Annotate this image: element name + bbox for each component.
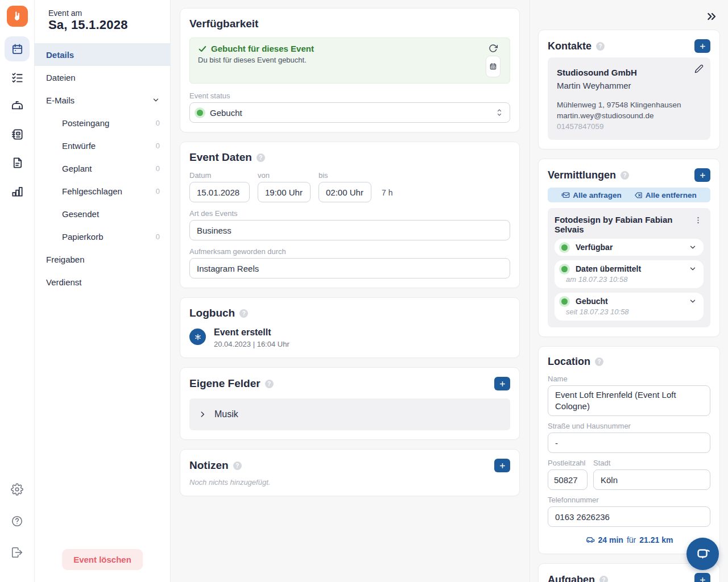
status-green-dot: [197, 110, 203, 116]
nav-item-label: E-Mails: [46, 95, 75, 105]
location-name-label: Name: [548, 375, 710, 383]
card-location: Location ? Name Event Loft Ehrenfeld (Ev…: [538, 346, 720, 554]
availability-calendar-button[interactable]: [486, 56, 500, 77]
chevron-down-icon: [689, 265, 697, 273]
add-contact-button[interactable]: [694, 39, 710, 53]
availability-status-title: Gebucht für dieses Event: [211, 44, 314, 53]
chevron-down-icon: [689, 243, 697, 251]
help-circle-icon: [11, 515, 23, 527]
art-input[interactable]: Business: [189, 220, 510, 240]
contact-email: martin.wey@studiosound.de: [557, 111, 701, 120]
von-input[interactable]: 19:00 Uhr: [258, 182, 311, 202]
help-icon[interactable]: ?: [257, 153, 265, 162]
datum-input[interactable]: 15.01.2028: [189, 182, 250, 202]
vendor-status-label: Verfügbar: [576, 243, 681, 252]
vendor-status-gebucht[interactable]: Gebucht seit 18.07.23 10:58: [555, 293, 704, 321]
sidebar-item-tasks[interactable]: [5, 65, 30, 90]
help-icon[interactable]: ?: [621, 171, 629, 180]
plus-icon: [699, 576, 706, 582]
nav-item-details[interactable]: Details: [35, 43, 170, 66]
sidebar-item-documents[interactable]: [5, 150, 30, 175]
add-custom-field-button[interactable]: [494, 377, 510, 390]
card-title: Aufgaben: [548, 574, 595, 582]
help-icon[interactable]: ?: [599, 576, 608, 582]
refresh-icon[interactable]: [489, 44, 498, 53]
custom-field-musik[interactable]: Musik: [189, 398, 510, 430]
vendor-menu-button[interactable]: [693, 215, 704, 226]
help-icon[interactable]: ?: [596, 42, 605, 51]
bar-chart-icon: [11, 185, 24, 198]
nav-item-verdienst[interactable]: Verdienst: [35, 271, 170, 293]
location-street-input[interactable]: -: [548, 433, 710, 453]
nav-item-fehlgeschlagen[interactable]: Fehlgeschlagen 0: [35, 180, 170, 202]
card-logbuch: Logbuch ? Event erstellt 20.04.2023 | 16…: [180, 297, 520, 358]
checklist-icon: [11, 71, 24, 84]
nav-item-dateien[interactable]: Dateien: [35, 66, 170, 89]
add-task-button[interactable]: [694, 573, 710, 582]
nav-item-entwuerfe[interactable]: Entwürfe 0: [35, 134, 170, 157]
sidebar-item-statistics[interactable]: [5, 178, 30, 203]
sidebar-item-help[interactable]: [5, 509, 30, 534]
request-all-action[interactable]: Alle anfragen: [561, 191, 622, 199]
card-verfuegbarkeit: Verfügbarkeit Gebucht für dieses Event D…: [180, 8, 520, 132]
help-icon[interactable]: ?: [233, 462, 242, 470]
nav-item-papierkorb[interactable]: Papierkorb 0: [35, 225, 170, 248]
nav-item-posteingang[interactable]: Posteingang 0: [35, 111, 170, 134]
log-asterisk-icon: [189, 329, 206, 345]
status-green-dot: [561, 244, 568, 251]
add-note-button[interactable]: [494, 459, 510, 472]
chat-widget-button[interactable]: [686, 538, 719, 570]
aufmerksam-label: Aufmerksam geworden durch: [189, 247, 510, 256]
event-header-date: Sa, 15.1.2028: [48, 18, 170, 32]
card-kontakte: Kontakte ? Studiosound GmbH Martin Weyha…: [538, 30, 720, 149]
location-city-input[interactable]: Köln: [593, 469, 710, 490]
help-icon[interactable]: ?: [239, 309, 248, 318]
event-nav-panel: Event am Sa, 15.1.2028 Details Dateien E…: [35, 0, 171, 582]
sidebar-item-events[interactable]: [5, 36, 30, 61]
chat-bubble-icon: [694, 546, 712, 563]
check-icon: [198, 44, 207, 53]
drive-info[interactable]: 24 min für 21.21 km: [548, 535, 710, 544]
log-entry-title: Event erstellt: [214, 327, 289, 338]
sidebar-item-contacts[interactable]: [5, 122, 30, 147]
vendor-status-daten[interactable]: Daten übermittelt am 18.07.23 10:58: [555, 260, 704, 288]
location-phone-input[interactable]: 0163 2626236: [548, 506, 710, 527]
app-logo[interactable]: [7, 6, 28, 27]
bis-input[interactable]: 02:00 Uhr: [318, 182, 371, 202]
nav-item-label: Gesendet: [62, 209, 99, 219]
nav-item-gesendet[interactable]: Gesendet: [35, 202, 170, 225]
add-vermittlung-button[interactable]: [694, 168, 710, 182]
edit-contact-button[interactable]: [694, 64, 704, 73]
help-icon[interactable]: ?: [265, 380, 274, 388]
plus-icon: [699, 43, 706, 50]
location-plz-input[interactable]: 50827: [548, 469, 588, 490]
help-icon[interactable]: ?: [595, 357, 603, 366]
nav-item-count: 0: [156, 187, 160, 196]
nav-item-emails[interactable]: E-Mails: [35, 89, 170, 111]
vendor-status-verfuegbar[interactable]: Verfügbar: [555, 239, 704, 256]
card-title: Eigene Felder: [189, 377, 260, 390]
delete-event-button[interactable]: Event löschen: [62, 549, 143, 570]
availability-status-text: Du bist für dieses Event gebucht.: [198, 56, 479, 64]
nav-item-label: Entwürfe: [62, 141, 96, 151]
nav-item-geplant[interactable]: Geplant 0: [35, 157, 170, 180]
location-street-label: Straße und Hausnummer: [548, 422, 710, 430]
remove-x-icon: [634, 191, 643, 199]
nav-item-label: Fehlgeschlagen: [62, 186, 122, 196]
nav-item-freigaben[interactable]: Freigaben: [35, 248, 170, 271]
datum-label: Datum: [189, 171, 250, 180]
event-status-select[interactable]: Gebucht: [189, 102, 510, 123]
event-status-label: Event status: [189, 92, 510, 100]
remove-all-action[interactable]: Alle entfernen: [634, 191, 697, 199]
event-status-value: Gebucht: [210, 108, 242, 118]
location-name-input[interactable]: Event Loft Ehrenfeld (Event Loft Cologne…: [548, 385, 710, 416]
chevron-right-icon: [198, 410, 206, 418]
vendor-name: Fotodesign by Fabian Fabian Selvais: [555, 215, 689, 234]
sidebar-item-postbox[interactable]: [5, 93, 30, 118]
aufmerksam-input[interactable]: Instagram Reels: [189, 258, 510, 278]
mailbox-icon: [11, 99, 24, 113]
sidebar-item-logout[interactable]: [5, 540, 30, 565]
nav-item-count: 0: [156, 164, 160, 173]
drive-mid: für: [627, 535, 636, 544]
sidebar-item-settings[interactable]: [5, 477, 30, 502]
